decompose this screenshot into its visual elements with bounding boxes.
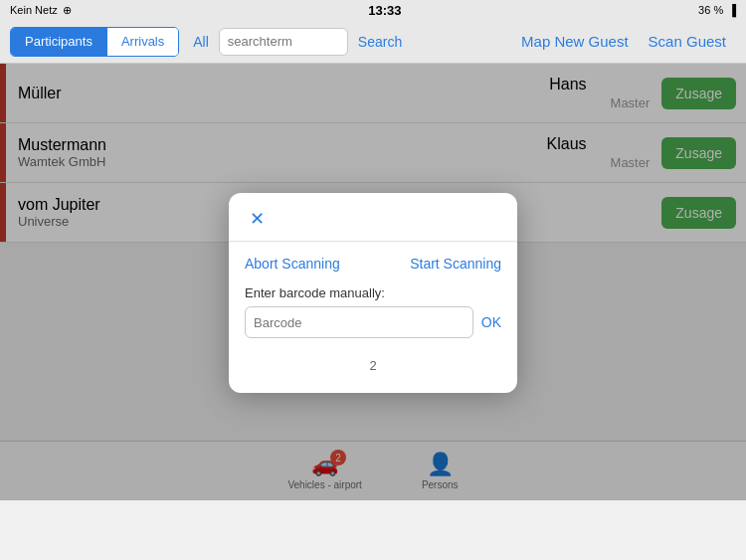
modal-header: ✕: [229, 193, 517, 242]
start-scanning-button[interactable]: Start Scanning: [410, 256, 501, 272]
segmented-control: Participants Arrivals: [10, 27, 179, 57]
barcode-row: OK: [229, 306, 517, 338]
all-button[interactable]: All: [187, 27, 215, 57]
battery-status: 36 %: [698, 4, 723, 16]
scan-guest-button[interactable]: Scan Guest: [639, 33, 736, 50]
search-input[interactable]: [219, 28, 348, 56]
map-new-guest-button[interactable]: Map New Guest: [511, 33, 639, 50]
clock: 13:33: [368, 3, 401, 18]
abort-scanning-button[interactable]: Abort Scanning: [245, 256, 340, 272]
search-button[interactable]: Search: [352, 27, 408, 57]
nav-bar: Participants Arrivals All Search Map New…: [0, 20, 746, 64]
modal-actions: Abort Scanning Start Scanning: [229, 242, 517, 281]
wifi-icon: ⊕: [63, 4, 72, 17]
modal-close-button[interactable]: ✕: [243, 205, 271, 233]
barcode-label: Enter barcode manually:: [229, 281, 517, 306]
barcode-input[interactable]: [245, 306, 473, 338]
close-icon: ✕: [250, 208, 265, 230]
status-bar: Kein Netz ⊕ 13:33 36 % ▐: [0, 0, 746, 20]
status-right: 36 % ▐: [698, 4, 736, 16]
page-number: 2: [229, 338, 517, 373]
participants-tab[interactable]: Participants: [11, 28, 107, 56]
scan-modal: ✕ Abort Scanning Start Scanning Enter ba…: [229, 193, 517, 393]
battery-icon: ▐: [728, 4, 736, 16]
status-left: Kein Netz ⊕: [10, 4, 72, 17]
ok-button[interactable]: OK: [481, 314, 501, 330]
network-status: Kein Netz: [10, 4, 58, 16]
arrivals-tab[interactable]: Arrivals: [107, 28, 178, 56]
main-content: Müller Hans Master Zusage Mustermann Wam…: [0, 64, 746, 500]
